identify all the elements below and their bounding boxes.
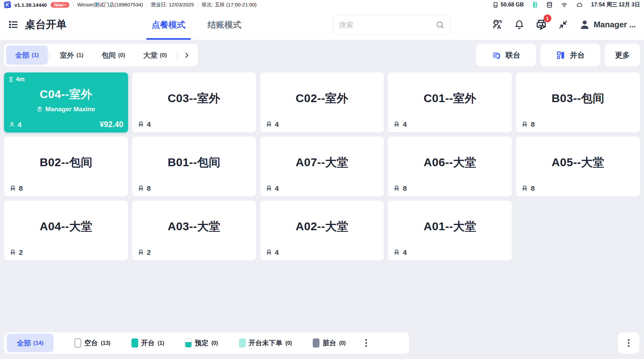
legend-label: 预定 (195, 338, 208, 348)
legend-item-open[interactable]: 开台(1) (131, 338, 164, 348)
tab-order-mode[interactable]: 点餐模式 (152, 9, 185, 40)
table-card[interactable]: A05--大堂8 (516, 137, 640, 197)
table-card[interactable]: C01--室外4 (388, 72, 512, 132)
chair-icon (393, 121, 400, 128)
tab-checkout-mode[interactable]: 结账模式 (208, 9, 241, 40)
seat-count-value: 2 (19, 248, 23, 257)
guest-count-value: 4 (18, 121, 22, 129)
bell-icon[interactable] (514, 20, 524, 30)
collapse-icon[interactable] (558, 20, 568, 30)
table-card[interactable]: B02--包间8 (4, 137, 128, 197)
chair-icon (266, 121, 272, 128)
legend-item-open-no-order[interactable]: 开台未下单(0) (239, 338, 292, 348)
table-name: B03--包间 (516, 91, 640, 106)
table-name: B02--包间 (4, 155, 128, 170)
user-menu[interactable]: Manager ... (579, 19, 636, 30)
area-chip-2[interactable]: 包间(0) (93, 46, 134, 65)
seat-count-value: 8 (403, 184, 407, 192)
area-chip-1[interactable]: 室外(1) (51, 46, 93, 65)
table-card[interactable]: A06--大堂8 (388, 137, 512, 197)
store-name: Winson测试门店(189607534) (77, 2, 143, 8)
legend-items: 空台(13)开台(1)预定(0)开台未下单(0)脏台(0) (74, 338, 346, 348)
table-card[interactable]: B03--包间8 (516, 72, 640, 132)
legend-item-dirty[interactable]: 脏台(0) (313, 338, 346, 348)
cloud-icon[interactable] (576, 2, 583, 8)
table-card[interactable]: C02--室外4 (260, 72, 384, 132)
chair-icon (266, 249, 272, 256)
area-filter-chips: 全部(1)室外(1)包间(0)大堂(0) (4, 44, 198, 66)
table-name: A07--大堂 (260, 155, 384, 170)
seat-count: 8 (9, 184, 23, 192)
table-card[interactable]: A03--大堂2 (132, 201, 256, 261)
area-chip-count: (1) (32, 52, 39, 59)
chair-icon (393, 185, 400, 192)
business-day: 营业日: 12/03/2025 (151, 2, 194, 8)
chair-icon (521, 121, 528, 128)
table-card[interactable]: A04--大堂2 (4, 201, 128, 261)
wifi-icon[interactable] (561, 2, 568, 8)
table-staff: Manager Maxine (4, 106, 128, 113)
seat-count-value: 4 (403, 248, 407, 257)
divider (49, 51, 50, 60)
table-card[interactable]: A07--大堂4 (260, 137, 384, 197)
legend-label: 脏台 (323, 338, 336, 348)
search-icon[interactable] (435, 20, 444, 29)
area-chip-label: 大堂 (143, 51, 157, 60)
legend-label: 空台 (84, 338, 98, 348)
hard-drive-icon[interactable] (492, 2, 499, 8)
link-tables-button[interactable]: 联台 (476, 44, 536, 66)
action-label: 并台 (570, 50, 585, 60)
search-input[interactable] (339, 21, 435, 29)
table-name: A05--大堂 (516, 155, 640, 170)
swatch-empty (74, 338, 81, 348)
translate-icon[interactable]: A (492, 19, 503, 30)
seat-count-value: 8 (147, 184, 151, 192)
table-card[interactable]: A02--大堂4 (260, 201, 384, 261)
seat-count-value: 4 (275, 248, 279, 257)
seat-count: 4 (137, 120, 151, 128)
table-name: A01--大堂 (388, 219, 512, 234)
shift-info: 班次: 五班 (17:00-21:00) (202, 2, 257, 8)
legend-item-empty[interactable]: 空台(13) (74, 338, 110, 348)
table-card[interactable]: C03--室外4 (132, 72, 256, 132)
legend-label: 开台未下单 (249, 338, 282, 348)
new-version-badge[interactable]: New~ (51, 2, 69, 8)
seat-count-value: 4 (275, 120, 279, 128)
divider (147, 3, 147, 7)
app-version: v1.1.38.14440 (14, 2, 47, 8)
seat-count: 8 (393, 184, 407, 192)
table-card[interactable]: C04--室外4mManager Maxine4¥92.40 (4, 72, 128, 132)
table-card[interactable]: A01--大堂4 (388, 201, 512, 261)
database-icon[interactable] (546, 2, 553, 8)
filter-scroll-right-icon[interactable] (179, 52, 196, 59)
seat-count: 8 (521, 184, 535, 192)
clipboard-icon (37, 107, 42, 112)
seat-count: 4 (266, 248, 279, 257)
seat-count-value: 8 (531, 184, 535, 192)
legend-more-icon[interactable] (363, 337, 369, 349)
legend-all-label: 全部 (17, 338, 31, 348)
more-button[interactable]: 更多 (605, 44, 640, 66)
swatch-reserved (185, 338, 192, 348)
menu-list-icon[interactable] (8, 19, 19, 30)
area-chip-3[interactable]: 大堂(0) (134, 46, 176, 65)
header: 桌台开单 点餐模式结账模式 A 1 Manager ... (0, 9, 644, 40)
area-chip-0[interactable]: 全部(1) (6, 46, 48, 65)
rack-icon[interactable] (532, 2, 538, 8)
seat-count: 4 (393, 120, 407, 128)
area-chip-label: 包间 (102, 51, 116, 60)
bottom-more-button[interactable] (618, 332, 639, 354)
search-box[interactable] (333, 15, 450, 35)
print-orders-icon[interactable]: 1 (535, 19, 547, 31)
table-name: C02--室外 (260, 91, 384, 106)
legend-item-reserved[interactable]: 预定(0) (185, 338, 218, 348)
table-name: A02--大堂 (260, 219, 384, 234)
table-name: A06--大堂 (388, 155, 512, 170)
chair-icon (393, 249, 400, 256)
merge-tables-button[interactable]: 并台 (541, 44, 600, 66)
legend-chip-all[interactable]: 全部 (14) (7, 334, 54, 352)
area-chip-label: 全部 (15, 51, 29, 60)
table-card[interactable]: B01--包间8 (132, 137, 256, 197)
table-name: C04--室外 (4, 87, 128, 102)
table-amount: ¥92.40 (99, 120, 123, 129)
